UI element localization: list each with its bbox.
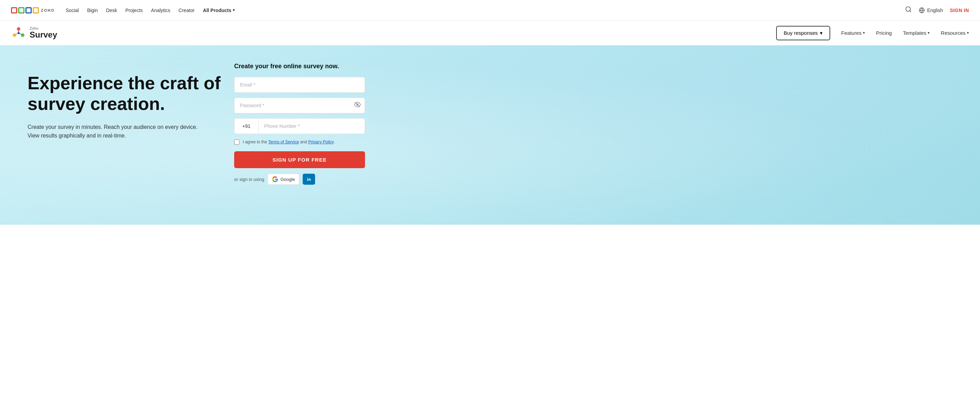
terms-of-service-link[interactable]: Terms of Service [268,140,299,144]
buy-responses-button[interactable]: Buy responses ▾ [776,26,830,40]
terms-checkbox[interactable] [234,140,239,145]
zoho-brand-text: ZOHO [41,8,55,13]
terms-text: I agree to the Terms of Service and Priv… [243,139,335,145]
svg-point-4 [13,33,16,37]
top-nav-right: English SIGN IN [905,6,969,14]
survey-sub-navigation: Zoho Survey Buy responses ▾ Features Pri… [0,21,980,46]
linkedin-icon [307,176,311,182]
phone-number-input[interactable] [258,118,365,134]
survey-brand-text: Zoho Survey [30,26,57,39]
google-signin-button[interactable]: Google [267,174,299,185]
search-icon [905,6,912,13]
linkedin-signin-button[interactable] [303,174,315,185]
chevron-down-icon: ▾ [820,30,822,36]
signup-form-container: Create your free online survey now. I ag… [234,63,365,185]
google-icon [272,176,278,182]
sub-nav-links: Buy responses ▾ Features Pricing Templat… [776,26,969,40]
privacy-policy-link[interactable]: Privacy Policy [308,140,334,144]
sub-nav-resources[interactable]: Resources [941,30,969,36]
language-selector[interactable]: English [919,7,943,13]
form-title: Create your free online survey now. [234,63,365,70]
survey-name: Survey [30,30,57,39]
email-input[interactable] [234,77,365,93]
survey-logo[interactable]: Zoho Survey [11,26,57,41]
nav-analytics[interactable]: Analytics [151,8,170,13]
nav-bigin[interactable]: Bigin [87,8,98,13]
password-input[interactable] [234,97,365,113]
nav-projects[interactable]: Projects [125,8,143,13]
svg-point-3 [17,27,20,31]
search-button[interactable] [905,6,912,14]
sign-in-button[interactable]: SIGN IN [950,8,969,13]
email-field-container [234,77,365,93]
logo-square-red [11,7,17,13]
logo-square-yellow [33,7,39,13]
eye-icon [354,101,361,108]
google-label: Google [280,177,295,182]
language-label: English [927,8,943,13]
zoho-logo-squares [11,7,39,13]
svg-point-12 [307,177,308,178]
svg-point-5 [21,33,24,37]
hero-content: Experience the craft of survey creation.… [27,66,234,140]
or-sign-in-text: or sign in using [234,177,264,182]
phone-field-container [234,118,365,134]
sub-nav-pricing[interactable]: Pricing [876,30,892,36]
zoho-logo[interactable]: ZOHO [11,7,55,13]
signup-button[interactable]: SIGN UP FOR FREE [234,151,365,168]
survey-brand-icon [11,26,26,41]
nav-all-products[interactable]: All Products [203,8,234,13]
hero-section: Experience the craft of survey creation.… [0,46,980,225]
terms-row: I agree to the Terms of Service and Priv… [234,139,365,145]
nav-desk[interactable]: Desk [106,8,117,13]
toggle-password-button[interactable] [354,101,361,110]
hero-title: Experience the craft of survey creation. [27,73,234,115]
sub-nav-templates[interactable]: Templates [903,30,930,36]
svg-line-1 [910,11,911,12]
top-nav-links: Social Bigin Desk Projects Analytics Cre… [66,8,905,13]
hero-subtitle: Create your survey in minutes. Reach you… [27,123,200,140]
social-signin-row: or sign in using Google [234,174,365,185]
password-field-container [234,97,365,113]
logo-square-green [18,7,24,13]
globe-icon [919,7,925,13]
svg-point-9 [18,32,20,34]
nav-social[interactable]: Social [66,8,79,13]
sub-nav-features[interactable]: Features [841,30,865,36]
logo-square-blue [25,7,32,13]
top-navigation: ZOHO Social Bigin Desk Projects Analytic… [0,0,980,21]
phone-code-input[interactable] [234,118,258,134]
nav-creator[interactable]: Creator [179,8,195,13]
